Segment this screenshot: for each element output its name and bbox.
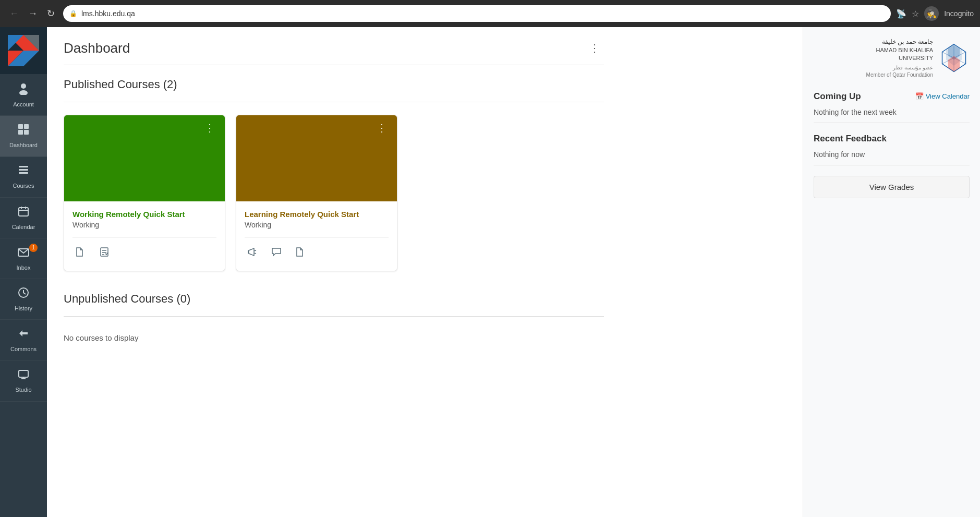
university-name-text: جامعة حمد بن خليفة HAMAD BIN KHALIFA UNI… [866, 38, 933, 79]
svg-line-27 [254, 250, 256, 251]
right-panel: جامعة حمد بن خليفة HAMAD BIN KHALIFA UNI… [803, 27, 980, 517]
sidebar-item-account[interactable]: Account [0, 74, 47, 116]
svg-point-5 [21, 83, 26, 89]
view-calendar-label: View Calendar [926, 92, 970, 100]
unpublished-divider [64, 316, 604, 317]
bookmark-icon[interactable]: ☆ [912, 9, 919, 19]
published-courses-title: Published Courses (2) [64, 78, 604, 91]
svg-point-6 [19, 90, 28, 95]
recent-feedback-text: Nothing for now [814, 148, 970, 165]
university-tagline: عضو مؤسسة قطرMember of Qatar Foundation [866, 64, 933, 79]
svg-rect-8 [24, 124, 29, 129]
calendar-label: Calendar [12, 224, 35, 231]
coming-up-section: Coming Up 📅 View Calendar Nothing for th… [814, 91, 970, 123]
course-card-1-header: ⋮ [64, 115, 225, 201]
course-card-2-body: Learning Remotely Quick Start Working [236, 201, 397, 271]
svg-rect-29 [248, 250, 249, 254]
courses-grid: ⋮ Working Remotely Quick Start Working [64, 115, 604, 271]
account-icon [17, 81, 30, 98]
reload-button[interactable]: ↻ [44, 6, 58, 21]
studio-label: Studio [15, 387, 31, 393]
forward-button[interactable]: → [25, 6, 41, 21]
course-card-2-header: ⋮ [236, 115, 397, 201]
inbox-badge: 1 [29, 244, 38, 252]
coming-up-text: Nothing for the next week [814, 106, 970, 123]
courses-label: Courses [13, 183, 34, 189]
recent-feedback-header: Recent Feedback [814, 134, 970, 144]
course-card-2-actions [245, 237, 389, 262]
nav-buttons: ← → ↻ [6, 6, 58, 21]
course-card-1-files-button[interactable] [72, 244, 88, 262]
app-logo [8, 35, 39, 66]
course-card-2-files-button[interactable] [293, 244, 308, 262]
university-name-2: UNIVERSITY [866, 54, 933, 62]
address-bar[interactable]: 🔒 lms.hbku.edu.qa [63, 5, 891, 22]
svg-rect-20 [19, 370, 28, 377]
no-courses-text: No courses to display [64, 329, 604, 346]
sidebar: Account Dashboard Courses Calendar 1 [0, 27, 47, 517]
sidebar-item-inbox[interactable]: 1 Inbox [0, 238, 47, 279]
university-logo-icon [938, 42, 970, 74]
studio-icon [17, 368, 30, 383]
header-divider [64, 65, 604, 65]
content-area: Dashboard ⋮ Published Courses (2) ⋮ Work… [47, 27, 621, 517]
course-card-2-name[interactable]: Learning Remotely Quick Start [245, 210, 389, 219]
main-content: Dashboard ⋮ Published Courses (2) ⋮ Work… [47, 27, 803, 517]
inbox-icon [17, 246, 30, 261]
page-header: Dashboard ⋮ [64, 40, 604, 56]
course-card-1: ⋮ Working Remotely Quick Start Working [64, 115, 225, 271]
course-card-2-status: Working [245, 221, 389, 229]
calendar-small-icon: 📅 [915, 92, 924, 100]
university-logo-area: جامعة حمد بن خليفة HAMAD BIN KHALIFA UNI… [814, 38, 970, 79]
page-title: Dashboard [64, 40, 130, 56]
commons-label: Commons [10, 346, 37, 353]
sidebar-item-history[interactable]: History [0, 279, 47, 320]
history-label: History [15, 305, 32, 312]
history-icon [17, 286, 30, 302]
course-card-1-name[interactable]: Working Remotely Quick Start [72, 210, 216, 219]
sidebar-item-studio[interactable]: Studio [0, 360, 47, 401]
svg-rect-10 [24, 130, 29, 135]
view-grades-button[interactable]: View Grades [814, 176, 970, 198]
back-button[interactable]: ← [6, 6, 22, 21]
svg-rect-7 [18, 124, 23, 129]
incognito-badge: 🕵 [924, 6, 939, 21]
svg-rect-14 [19, 208, 28, 216]
calendar-icon [17, 205, 30, 221]
course-card-1-menu-button[interactable]: ⋮ [201, 122, 219, 134]
svg-rect-13 [19, 172, 28, 174]
course-card-2-announcements-button[interactable] [245, 244, 260, 262]
app-container: Account Dashboard Courses Calendar 1 [0, 27, 980, 517]
course-card-1-assignments-button[interactable] [96, 244, 112, 262]
university-arabic-name: جامعة حمد بن خليفة [866, 38, 933, 46]
dashboard-icon [17, 123, 30, 139]
course-card-1-body: Working Remotely Quick Start Working [64, 201, 225, 271]
course-card-2-discussions-button[interactable] [269, 244, 284, 262]
svg-line-28 [254, 253, 256, 254]
svg-rect-9 [18, 130, 23, 135]
course-card-1-status: Working [72, 221, 216, 229]
view-calendar-link[interactable]: 📅 View Calendar [915, 92, 970, 100]
unpublished-courses-title: Unpublished Courses (0) [64, 292, 604, 306]
inbox-label: Inbox [17, 264, 31, 271]
account-label: Account [13, 101, 34, 108]
course-card-2: ⋮ Learning Remotely Quick Start Working [236, 115, 397, 271]
browser-chrome: ← → ↻ 🔒 lms.hbku.edu.qa 📡 ☆ 🕵 Incognito [0, 0, 980, 27]
published-divider [64, 102, 604, 102]
recent-feedback-section: Recent Feedback Nothing for now [814, 134, 970, 165]
sidebar-item-courses[interactable]: Courses [0, 157, 47, 197]
course-card-1-actions [72, 237, 216, 262]
sidebar-item-dashboard[interactable]: Dashboard [0, 116, 47, 157]
commons-icon [17, 327, 30, 343]
course-card-2-menu-button[interactable]: ⋮ [373, 122, 391, 134]
svg-rect-11 [19, 166, 28, 167]
courses-icon [17, 164, 30, 179]
url-text: lms.hbku.edu.qa [81, 9, 135, 18]
sidebar-logo [0, 27, 47, 74]
more-options-button[interactable]: ⋮ [585, 40, 604, 56]
cast-icon[interactable]: 📡 [896, 9, 906, 19]
sidebar-item-calendar[interactable]: Calendar [0, 198, 47, 238]
incognito-label: Incognito [944, 9, 974, 18]
browser-right-controls: 📡 ☆ 🕵 Incognito [896, 6, 974, 21]
sidebar-item-commons[interactable]: Commons [0, 320, 47, 360]
